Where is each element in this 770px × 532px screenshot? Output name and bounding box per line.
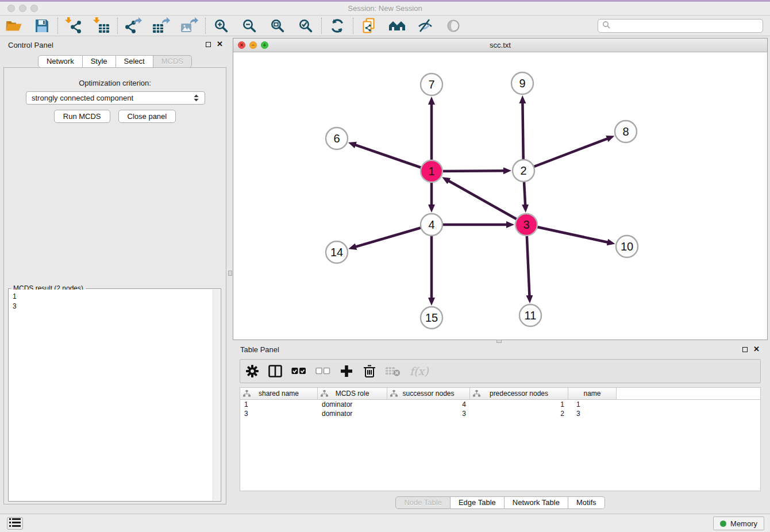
svg-text:9: 9 (519, 77, 525, 90)
edge-1-6[interactable] (355, 145, 432, 171)
column-header-predecessor-nodes[interactable]: predecessor nodes (470, 388, 568, 399)
graph-node-7[interactable]: 7 (421, 74, 442, 95)
graph-node-1[interactable]: 1 (421, 160, 442, 182)
table-panel-close-icon[interactable]: ✕ (753, 346, 760, 352)
memory-status-icon (720, 521, 726, 527)
network-canvas[interactable]: 7968124314101511 (233, 52, 767, 340)
graph-node-8[interactable]: 8 (615, 121, 637, 142)
table-cell: 1 (568, 400, 617, 409)
column-header-filler (617, 388, 760, 399)
svg-text:6: 6 (333, 132, 340, 145)
main-area: Control Panel ✕ NetworkStyleSelectMCDS O… (0, 36, 770, 514)
svg-text:14: 14 (330, 246, 343, 259)
graph-node-2[interactable]: 2 (513, 160, 534, 182)
import-network-icon[interactable] (64, 17, 83, 35)
graph-node-11[interactable]: 11 (519, 304, 541, 326)
zoom-out-icon[interactable] (240, 17, 259, 35)
toggle-column-display-icon[interactable] (268, 363, 282, 380)
zoom-in-icon[interactable] (212, 17, 230, 35)
table-tab-motifs[interactable]: Motifs (568, 496, 605, 509)
search-input[interactable] (613, 22, 759, 30)
apply-layout-icon[interactable] (328, 17, 346, 35)
show-graphics-details-icon[interactable] (416, 17, 434, 35)
column-header-shared-name[interactable]: shared name (240, 388, 318, 399)
mcds-result-line: 1 (13, 292, 217, 302)
network-window-title: scc.txt (233, 41, 767, 49)
table-row[interactable]: 1dominator411 (240, 400, 760, 409)
edge-2-8[interactable] (523, 138, 608, 171)
result-scrollbar[interactable] (213, 290, 220, 500)
select-all-rows-icon[interactable] (291, 363, 306, 380)
column-header-mcds-role[interactable]: MCDS role (318, 388, 387, 399)
table-body: 1dominator4113dominator323 (240, 400, 760, 418)
first-neighbors-icon[interactable] (388, 17, 406, 35)
control-panel-close-icon[interactable]: ✕ (217, 41, 223, 47)
svg-text:15: 15 (425, 311, 438, 324)
graph-node-6[interactable]: 6 (326, 128, 348, 149)
network-window-titlebar[interactable]: × − + scc.txt (233, 38, 767, 52)
tab-network[interactable]: Network (38, 55, 83, 68)
table-cell: 3 (387, 409, 470, 418)
automation-panel-button[interactable] (7, 517, 23, 530)
optimization-select-value: strongly connected component (32, 94, 133, 102)
open-session-icon[interactable] (5, 17, 23, 35)
graph-node-4[interactable]: 4 (421, 214, 442, 236)
tab-style[interactable]: Style (83, 55, 116, 68)
column-header-name[interactable]: name (568, 388, 617, 399)
table-panel-float-icon[interactable] (742, 347, 748, 352)
graph-node-10[interactable]: 10 (616, 236, 638, 257)
table-settings-icon[interactable] (245, 363, 259, 380)
graph-node-3[interactable]: 3 (515, 214, 537, 236)
table-cell: 1 (470, 400, 568, 409)
table-tab-node-table[interactable]: Node Table (395, 496, 451, 509)
memory-button[interactable]: Memory (713, 516, 764, 530)
table-panel-title: Table Panel (240, 345, 279, 354)
table-cell: dominator (318, 400, 387, 409)
zoom-fit-icon[interactable] (268, 17, 287, 35)
control-panel-float-icon[interactable] (206, 42, 211, 47)
zoom-selected-icon[interactable] (297, 17, 315, 35)
tab-mcds[interactable]: MCDS (153, 55, 192, 68)
optimization-select[interactable]: strongly connected component (26, 91, 205, 105)
table-header-row: shared nameMCDS rolesuccessor nodesprede… (240, 388, 760, 400)
optimization-label: Optimization criterion: (4, 79, 226, 87)
svg-text:4: 4 (428, 218, 434, 231)
create-column-icon[interactable] (340, 363, 353, 380)
table-row[interactable]: 3dominator323 (240, 409, 760, 418)
svg-text:2: 2 (520, 164, 526, 177)
new-network-from-selection-icon[interactable] (360, 17, 378, 35)
svg-text:1: 1 (428, 165, 434, 178)
graph-node-9[interactable]: 9 (511, 72, 533, 94)
run-mcds-button[interactable]: Run MCDS (54, 110, 110, 123)
table-tab-edge-table[interactable]: Edge Table (451, 496, 505, 509)
toolbar-separator (57, 18, 58, 34)
main-toolbar (0, 16, 770, 36)
graph-node-14[interactable]: 14 (326, 241, 348, 263)
control-panel: Control Panel ✕ NetworkStyleSelectMCDS O… (0, 36, 230, 514)
edge-4-14[interactable] (355, 225, 432, 247)
import-table-icon[interactable] (93, 17, 111, 35)
deselect-all-rows-icon[interactable] (315, 363, 330, 380)
app-titlebar: Session: New Session (0, 2, 770, 16)
graph-node-15[interactable]: 15 (421, 307, 442, 329)
close-panel-button[interactable]: Close panel (118, 110, 176, 123)
export-table-icon[interactable] (152, 17, 171, 35)
delete-columns-icon[interactable] (363, 363, 376, 380)
column-header-successor-nodes[interactable]: successor nodes (387, 388, 470, 399)
vertical-splitter-handle[interactable] (228, 271, 232, 276)
search-box (598, 19, 763, 33)
export-network-icon[interactable] (124, 17, 143, 35)
table-tab-network-table[interactable]: Network Table (505, 496, 568, 509)
mcds-result-box: MCDS result (2 nodes) 13 (8, 288, 221, 502)
search-icon (602, 21, 610, 31)
edge-3-1[interactable] (448, 180, 526, 225)
svg-text:3: 3 (523, 218, 529, 231)
edge-3-10[interactable] (526, 225, 609, 242)
export-image-icon[interactable] (180, 17, 199, 35)
toolbar-icon-strip (5, 17, 463, 35)
svg-text:7: 7 (428, 78, 434, 91)
table-cell: 3 (240, 409, 318, 418)
table-panel: Table Panel ✕ f(x) shared nameMCDS roles… (233, 343, 768, 514)
save-session-icon[interactable] (33, 17, 51, 35)
tab-select[interactable]: Select (116, 55, 153, 68)
